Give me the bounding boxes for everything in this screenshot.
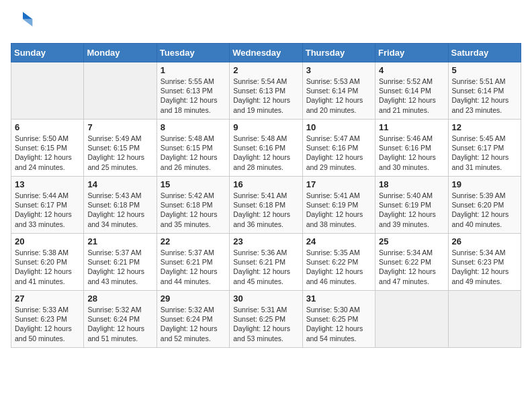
day-info: Sunrise: 5:36 AM Sunset: 6:21 PM Dayligh… bbox=[233, 248, 298, 286]
day-info: Sunrise: 5:34 AM Sunset: 6:23 PM Dayligh… bbox=[452, 248, 517, 286]
weekday-header-sunday: Sunday bbox=[11, 44, 84, 62]
day-number: 2 bbox=[233, 65, 298, 75]
day-number: 12 bbox=[452, 122, 517, 132]
weekday-header-thursday: Thursday bbox=[302, 44, 375, 62]
day-info: Sunrise: 5:35 AM Sunset: 6:22 PM Dayligh… bbox=[306, 248, 371, 286]
calendar-cell: 21Sunrise: 5:37 AM Sunset: 6:21 PM Dayli… bbox=[84, 234, 157, 291]
day-number: 20 bbox=[15, 236, 80, 246]
calendar-cell: 11Sunrise: 5:46 AM Sunset: 6:16 PM Dayli… bbox=[375, 120, 448, 177]
calendar-cell: 8Sunrise: 5:48 AM Sunset: 6:15 PM Daylig… bbox=[157, 120, 229, 177]
day-number: 27 bbox=[15, 293, 80, 304]
calendar-cell: 13Sunrise: 5:44 AM Sunset: 6:17 PM Dayli… bbox=[11, 177, 84, 234]
day-info: Sunrise: 5:33 AM Sunset: 6:23 PM Dayligh… bbox=[15, 305, 80, 343]
day-info: Sunrise: 5:39 AM Sunset: 6:20 PM Dayligh… bbox=[452, 191, 517, 229]
calendar-cell: 23Sunrise: 5:36 AM Sunset: 6:21 PM Dayli… bbox=[230, 234, 302, 291]
calendar-cell: 24Sunrise: 5:35 AM Sunset: 6:22 PM Dayli… bbox=[302, 234, 375, 291]
day-info: Sunrise: 5:48 AM Sunset: 6:15 PM Dayligh… bbox=[161, 134, 226, 172]
calendar-cell bbox=[375, 291, 448, 348]
calendar-week-5: 27Sunrise: 5:33 AM Sunset: 6:23 PM Dayli… bbox=[11, 291, 521, 348]
day-number: 8 bbox=[161, 122, 226, 132]
calendar-cell: 19Sunrise: 5:39 AM Sunset: 6:20 PM Dayli… bbox=[448, 177, 521, 234]
day-info: Sunrise: 5:37 AM Sunset: 6:21 PM Dayligh… bbox=[161, 248, 226, 286]
calendar-cell: 10Sunrise: 5:47 AM Sunset: 6:16 PM Dayli… bbox=[302, 120, 375, 177]
day-number: 5 bbox=[452, 65, 517, 75]
day-info: Sunrise: 5:31 AM Sunset: 6:25 PM Dayligh… bbox=[233, 305, 298, 343]
calendar-cell: 30Sunrise: 5:31 AM Sunset: 6:25 PM Dayli… bbox=[230, 291, 302, 348]
calendar-week-1: 1Sunrise: 5:55 AM Sunset: 6:13 PM Daylig… bbox=[11, 62, 521, 120]
calendar-cell: 18Sunrise: 5:40 AM Sunset: 6:19 PM Dayli… bbox=[375, 177, 448, 234]
day-number: 30 bbox=[233, 293, 298, 304]
day-info: Sunrise: 5:44 AM Sunset: 6:17 PM Dayligh… bbox=[15, 191, 80, 229]
calendar-cell: 15Sunrise: 5:42 AM Sunset: 6:18 PM Dayli… bbox=[157, 177, 229, 234]
calendar-cell: 12Sunrise: 5:45 AM Sunset: 6:17 PM Dayli… bbox=[448, 120, 521, 177]
day-number: 28 bbox=[87, 293, 152, 304]
weekday-header-friday: Friday bbox=[375, 44, 448, 62]
calendar-cell: 17Sunrise: 5:41 AM Sunset: 6:19 PM Dayli… bbox=[302, 177, 375, 234]
calendar-cell: 28Sunrise: 5:32 AM Sunset: 6:24 PM Dayli… bbox=[84, 291, 157, 348]
day-info: Sunrise: 5:54 AM Sunset: 6:13 PM Dayligh… bbox=[233, 77, 298, 115]
day-number: 13 bbox=[15, 179, 80, 189]
day-info: Sunrise: 5:43 AM Sunset: 6:18 PM Dayligh… bbox=[87, 191, 152, 229]
day-number: 11 bbox=[379, 122, 444, 132]
calendar-cell: 7Sunrise: 5:49 AM Sunset: 6:15 PM Daylig… bbox=[84, 120, 157, 177]
day-info: Sunrise: 5:53 AM Sunset: 6:14 PM Dayligh… bbox=[306, 77, 371, 115]
day-number: 21 bbox=[87, 236, 152, 246]
day-info: Sunrise: 5:45 AM Sunset: 6:17 PM Dayligh… bbox=[452, 134, 517, 172]
day-number: 31 bbox=[306, 293, 371, 304]
calendar-table: SundayMondayTuesdayWednesdayThursdayFrid… bbox=[11, 43, 521, 348]
calendar-week-3: 13Sunrise: 5:44 AM Sunset: 6:17 PM Dayli… bbox=[11, 177, 521, 234]
day-number: 4 bbox=[379, 65, 444, 75]
day-number: 1 bbox=[161, 65, 226, 75]
day-info: Sunrise: 5:55 AM Sunset: 6:13 PM Dayligh… bbox=[161, 77, 226, 115]
weekday-header-monday: Monday bbox=[84, 44, 157, 62]
day-info: Sunrise: 5:30 AM Sunset: 6:25 PM Dayligh… bbox=[306, 305, 371, 343]
day-info: Sunrise: 5:32 AM Sunset: 6:24 PM Dayligh… bbox=[87, 305, 152, 343]
calendar-cell: 20Sunrise: 5:38 AM Sunset: 6:20 PM Dayli… bbox=[11, 234, 84, 291]
day-info: Sunrise: 5:50 AM Sunset: 6:15 PM Dayligh… bbox=[15, 134, 80, 172]
day-number: 19 bbox=[452, 179, 517, 189]
calendar-cell: 31Sunrise: 5:30 AM Sunset: 6:25 PM Dayli… bbox=[302, 291, 375, 348]
day-number: 22 bbox=[161, 236, 226, 246]
day-info: Sunrise: 5:32 AM Sunset: 6:24 PM Dayligh… bbox=[161, 305, 226, 343]
calendar-cell bbox=[448, 291, 521, 348]
day-info: Sunrise: 5:41 AM Sunset: 6:18 PM Dayligh… bbox=[233, 191, 298, 229]
day-number: 9 bbox=[233, 122, 298, 132]
day-info: Sunrise: 5:42 AM Sunset: 6:18 PM Dayligh… bbox=[161, 191, 226, 229]
calendar-cell: 3Sunrise: 5:53 AM Sunset: 6:14 PM Daylig… bbox=[302, 62, 375, 120]
calendar-cell bbox=[84, 62, 157, 120]
day-info: Sunrise: 5:51 AM Sunset: 6:14 PM Dayligh… bbox=[452, 77, 517, 115]
calendar-cell: 27Sunrise: 5:33 AM Sunset: 6:23 PM Dayli… bbox=[11, 291, 84, 348]
calendar-cell: 4Sunrise: 5:52 AM Sunset: 6:14 PM Daylig… bbox=[375, 62, 448, 120]
day-info: Sunrise: 5:46 AM Sunset: 6:16 PM Dayligh… bbox=[379, 134, 444, 172]
calendar-header: SundayMondayTuesdayWednesdayThursdayFrid… bbox=[11, 44, 521, 62]
day-number: 6 bbox=[15, 122, 80, 132]
calendar-week-4: 20Sunrise: 5:38 AM Sunset: 6:20 PM Dayli… bbox=[11, 234, 521, 291]
day-info: Sunrise: 5:38 AM Sunset: 6:20 PM Dayligh… bbox=[15, 248, 80, 286]
calendar-cell: 1Sunrise: 5:55 AM Sunset: 6:13 PM Daylig… bbox=[157, 62, 229, 120]
day-number: 17 bbox=[306, 179, 371, 189]
day-number: 10 bbox=[306, 122, 371, 132]
calendar-cell: 29Sunrise: 5:32 AM Sunset: 6:24 PM Dayli… bbox=[157, 291, 229, 348]
day-info: Sunrise: 5:47 AM Sunset: 6:16 PM Dayligh… bbox=[306, 134, 371, 172]
page-header bbox=[11, 11, 521, 35]
day-info: Sunrise: 5:48 AM Sunset: 6:16 PM Dayligh… bbox=[233, 134, 298, 172]
logo-icon bbox=[11, 11, 35, 35]
calendar-cell: 26Sunrise: 5:34 AM Sunset: 6:23 PM Dayli… bbox=[448, 234, 521, 291]
weekday-row: SundayMondayTuesdayWednesdayThursdayFrid… bbox=[11, 44, 521, 62]
day-number: 25 bbox=[379, 236, 444, 246]
day-number: 23 bbox=[233, 236, 298, 246]
weekday-header-saturday: Saturday bbox=[448, 44, 521, 62]
calendar-cell: 14Sunrise: 5:43 AM Sunset: 6:18 PM Dayli… bbox=[84, 177, 157, 234]
svg-marker-0 bbox=[23, 12, 32, 19]
calendar-body: 1Sunrise: 5:55 AM Sunset: 6:13 PM Daylig… bbox=[11, 62, 521, 348]
day-info: Sunrise: 5:41 AM Sunset: 6:19 PM Dayligh… bbox=[306, 191, 371, 229]
day-number: 18 bbox=[379, 179, 444, 189]
calendar-week-2: 6Sunrise: 5:50 AM Sunset: 6:15 PM Daylig… bbox=[11, 120, 521, 177]
day-info: Sunrise: 5:49 AM Sunset: 6:15 PM Dayligh… bbox=[87, 134, 152, 172]
day-number: 26 bbox=[452, 236, 517, 246]
day-info: Sunrise: 5:34 AM Sunset: 6:22 PM Dayligh… bbox=[379, 248, 444, 286]
day-number: 3 bbox=[306, 65, 371, 75]
weekday-header-tuesday: Tuesday bbox=[157, 44, 229, 62]
calendar-cell: 9Sunrise: 5:48 AM Sunset: 6:16 PM Daylig… bbox=[230, 120, 302, 177]
calendar-cell bbox=[11, 62, 84, 120]
